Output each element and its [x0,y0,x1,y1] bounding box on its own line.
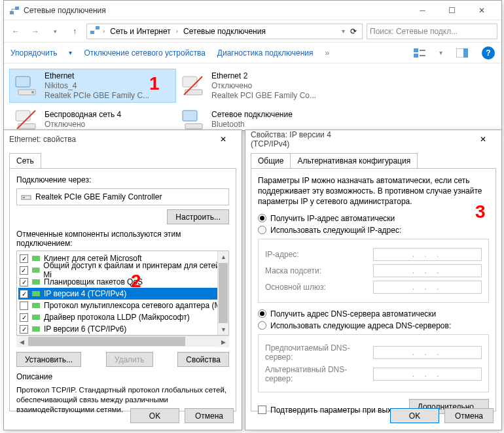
tab-network[interactable]: Сеть [9,153,41,169]
svg-rect-27 [32,303,40,308]
chevron-down-icon[interactable]: ▾ [342,27,345,35]
dialog-title: Свойства: IP версии 4 (TCP/IPv4) [251,130,361,148]
network-connections-window: Сетевые подключения ─ ☐ ✕ ← → ▾ ↑ › Сеть… [3,0,502,131]
checkbox-icon[interactable]: ✓ [20,325,28,334]
component-item[interactable]: ✓IP версии 6 (TCP/IPv6) [18,323,227,335]
checkbox-icon[interactable] [258,406,266,414]
recent-dropdown[interactable]: ▾ [47,24,63,39]
dns-pref-input: . . . [373,346,482,359]
svg-rect-9 [463,48,468,58]
breadcrumb[interactable]: › Сеть и Интернет › Сетевые подключения … [86,24,363,39]
close-button[interactable]: ✕ [467,1,496,20]
svg-rect-28 [32,315,40,320]
tab-alternate[interactable]: Альтернативная конфигурация [291,153,418,169]
component-item[interactable]: ✓Драйвер протокола LLDP (Майкрософт) [18,311,227,323]
install-button[interactable]: Установить... [16,352,81,367]
checkbox-icon[interactable]: ✓ [20,254,28,263]
ethernet-properties-dialog: Ethernet: свойства ✕ Сеть Подключение че… [3,130,242,430]
close-button[interactable]: ✕ [470,131,496,148]
maximize-button[interactable]: ☐ [437,1,467,20]
up-button[interactable]: ↑ [67,24,82,39]
tab-panel: Параметры IP можно назначать автоматичес… [251,168,496,411]
validate-checkbox[interactable]: Подтвердить параметры при выходе [258,406,405,415]
radio-manual-ip[interactable]: Использовать следующий IP-адрес: [258,226,489,235]
back-button[interactable]: ← [8,24,24,39]
checkbox-icon[interactable]: ✓ [20,278,28,286]
breadcrumb-segment[interactable]: Сеть и Интернет [107,26,173,37]
connection-status: Nikitos_4 [45,81,149,91]
forward-button[interactable]: → [27,24,43,39]
svg-rect-26 [32,291,40,296]
cmd-diagnose[interactable]: Диагностика подключения [217,48,314,58]
description-label: Описание [16,372,229,381]
radio-icon[interactable] [258,309,266,318]
refresh-icon[interactable]: ⟳ [350,27,357,36]
component-item[interactable]: Протокол мультиплексора сетевого адаптер… [18,300,227,311]
scroll-right-icon[interactable]: ▶ [218,336,229,347]
connection-status: Bluetooth [211,120,293,130]
scroll-up-icon[interactable]: ▲ [218,251,229,262]
scroll-down-icon[interactable]: ▼ [218,324,229,335]
chevron-right-icon: › [103,27,105,35]
svg-rect-16 [16,111,30,121]
radio-auto-ip[interactable]: Получить IP-адрес автоматически [258,214,489,223]
checkbox-icon[interactable]: ✓ [20,313,28,322]
svg-rect-23 [32,256,40,261]
svg-point-12 [31,91,34,94]
component-item[interactable]: ✓Общий доступ к файлам и принтерам для с… [18,264,227,276]
radio-icon[interactable] [258,321,266,330]
preview-pane-icon[interactable] [454,45,470,61]
cancel-button[interactable]: Отмена [444,408,494,423]
radio-icon[interactable] [258,226,266,234]
scroll-left-icon[interactable]: ◀ [16,336,27,347]
configure-button[interactable]: Настроить... [167,209,229,224]
components-label: Отмеченные компоненты используются этим … [16,230,229,248]
search-input[interactable]: Поиск: Сетевые подкл... [367,24,497,39]
connection-ethernet2[interactable]: Ethernet 2 Отключено Realtek PCI GBE Fam… [176,69,343,103]
svg-rect-6 [420,50,425,51]
connection-name: Ethernet [45,71,149,81]
radio-auto-dns[interactable]: Получить адрес DNS-сервера автоматически [258,309,489,319]
cmd-organize[interactable]: Упорядочить [10,48,57,58]
svg-rect-10 [16,77,30,87]
scrollbar-vertical[interactable]: ▲ ▼ [217,251,228,335]
view-icon[interactable] [412,45,427,61]
cancel-button[interactable]: Отмена [185,408,234,423]
radio-icon[interactable] [258,214,266,222]
ipv4-properties-dialog: Свойства: IP версии 4 (TCP/IPv4) ✕ Общие… [245,130,502,430]
ip-address-group: IP-адрес:. . . Маска подсети:. . . Основ… [258,239,489,303]
titlebar[interactable]: Сетевые подключения ─ ☐ ✕ [4,1,501,20]
dns-pref-label: Предпочитаемый DNS-сервер: [265,343,373,362]
svg-rect-24 [32,268,40,273]
breadcrumb-segment[interactable]: Сетевые подключения [181,26,268,37]
ok-button[interactable]: OK [390,408,439,423]
titlebar[interactable]: Свойства: IP версии 4 (TCP/IPv4) ✕ [245,130,501,148]
svg-rect-4 [414,48,418,52]
checkbox-icon[interactable]: ✓ [20,266,28,275]
help-icon[interactable]: ? [482,46,495,60]
dialog-title: Ethernet: свойства [9,135,110,144]
network-adapter-icon [13,107,39,133]
checkbox-icon[interactable]: ✓ [20,290,28,298]
components-listbox[interactable]: ✓Клиент для сетей Microsoft ✓Общий досту… [16,251,229,336]
svg-rect-2 [90,31,94,34]
checkbox-icon[interactable] [20,302,28,310]
tab-general[interactable]: Общие [251,153,291,169]
radio-manual-dns[interactable]: Использовать следующие адреса DNS-сервер… [258,321,489,330]
scrollbar-horizontal[interactable]: ◀ ▶ [16,336,229,347]
tab-panel: Подключение через: Realtek PCIe GBE Fami… [9,168,236,411]
connection-device: Realtek PCI GBE Family Co... [211,91,316,101]
component-item-ipv4[interactable]: ✓IP версии 4 (TCP/IPv4) [18,288,227,300]
connect-via-label: Подключение через: [16,175,229,184]
close-button[interactable]: ✕ [210,131,236,148]
properties-button[interactable]: Свойства [177,352,229,367]
cmd-disable[interactable]: Отключение сетевого устройства [84,48,205,58]
svg-rect-5 [414,54,418,58]
ok-button[interactable]: OK [130,408,179,423]
connection-status: Отключено [211,81,316,91]
svg-rect-3 [96,26,99,29]
titlebar[interactable]: Ethernet: свойства ✕ [4,130,242,148]
connection-name: Ethernet 2 [211,71,316,81]
connection-ethernet[interactable]: Ethernet Nikitos_4 Realtek PCIe GBE Fami… [9,69,176,103]
minimize-button[interactable]: ─ [408,1,437,20]
